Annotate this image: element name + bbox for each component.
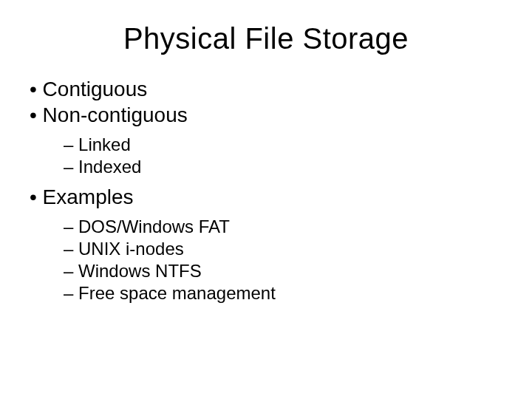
bullet-non-contiguous: • Non-contiguous (30, 102, 510, 128)
subbullet-dos-fat: – DOS/Windows FAT (64, 216, 510, 238)
bullet-text: UNIX i-nodes (78, 239, 184, 259)
bullet-marker: • (30, 78, 37, 100)
subbullet-windows-ntfs: – Windows NTFS (64, 260, 510, 282)
bullet-text: Free space management (78, 283, 276, 303)
bullet-text: Indexed (78, 157, 141, 177)
dash-marker: – (64, 157, 73, 177)
bullet-contiguous: • Contiguous (30, 76, 510, 102)
bullet-examples: • Examples (30, 184, 510, 210)
bullet-text: DOS/Windows FAT (78, 216, 230, 236)
bullet-text: Windows NTFS (78, 261, 202, 281)
slide-title: Physical File Storage (66, 22, 466, 55)
bullet-text: Examples (43, 185, 134, 208)
bullet-text: Linked (78, 134, 131, 154)
bullet-marker: • (30, 185, 37, 208)
bullet-text: Non-contiguous (43, 103, 188, 126)
subbullet-linked: – Linked (64, 134, 510, 156)
dash-marker: – (64, 261, 73, 281)
dash-marker: – (64, 239, 73, 259)
bullet-text: Contiguous (43, 78, 148, 100)
subbullet-free-space: – Free space management (64, 282, 510, 304)
dash-marker: – (64, 283, 73, 303)
bullet-marker: • (30, 103, 37, 126)
dash-marker: – (64, 216, 73, 236)
subbullet-unix-inodes: – UNIX i-nodes (64, 238, 510, 260)
dash-marker: – (64, 134, 73, 154)
subbullet-indexed: – Indexed (64, 156, 510, 178)
